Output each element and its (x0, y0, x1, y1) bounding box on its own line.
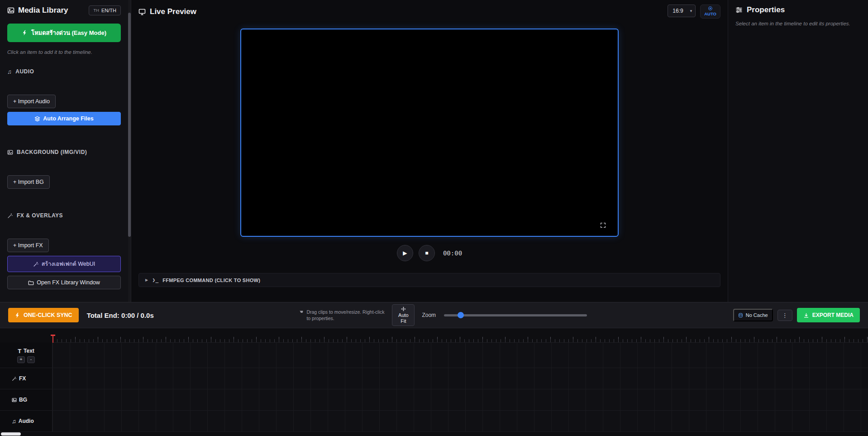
track-bg-title-row: BG (12, 397, 52, 403)
no-cache-toggle[interactable]: No Cache (733, 309, 773, 321)
track-bg-lane[interactable] (52, 389, 868, 410)
video-preview-canvas[interactable] (240, 29, 619, 237)
sidebar-scrollbar[interactable] (128, 0, 131, 302)
playhead-marker[interactable] (52, 335, 53, 343)
ruler-ticks[interactable] (52, 334, 868, 343)
track-audio-name: Audio (19, 418, 34, 424)
fx-webui-row: สร้างเอฟเฟกต์ WebUI (7, 256, 121, 272)
timeline-horizontal-scrollbar[interactable] (0, 432, 868, 436)
track-text-title-row: T Text (18, 348, 34, 355)
play-button[interactable]: ▶ (397, 245, 413, 261)
add-text-track-button[interactable]: + (17, 356, 25, 363)
auto-arrange-button[interactable]: Auto Arrange Files (7, 112, 121, 125)
one-click-sync-button[interactable]: ONE-CLICK SYNC (8, 308, 79, 322)
track-audio-lane[interactable] (52, 411, 868, 431)
live-preview-panel: Live Preview 16:9 AUTO (131, 0, 728, 302)
auto-resolution-button[interactable]: AUTO (700, 5, 720, 19)
track-bg-label: BG (0, 389, 52, 410)
track-fx-label: FX (0, 368, 52, 389)
total-end-readout: Total End: 0:00 / 0.0s (87, 311, 154, 319)
image-icon (7, 149, 13, 155)
properties-empty-hint: Select an item in the timeline to edit i… (735, 21, 861, 26)
toolbar-right-group: No Cache ⋮ EXPORT MEDIA (733, 308, 860, 322)
sliders-icon (735, 6, 743, 14)
fx-section-heading: FX & OVERLAYS (7, 212, 121, 219)
audio-section-title: AUDIO (15, 68, 34, 75)
fx-webui-button[interactable]: สร้างเอฟเฟกต์ WebUI (7, 256, 121, 272)
easy-mode-button[interactable]: โหมดสร้างด่วน (Easy Mode) (7, 24, 121, 42)
background-buttons: + Import BG (7, 175, 121, 189)
stop-icon: ■ (425, 250, 428, 256)
aspect-ratio-select-wrap: 16:9 (668, 5, 696, 17)
timeline-hscroll-thumb[interactable] (1, 432, 21, 436)
timeline-tracks: T Text + - FX (0, 343, 868, 432)
play-icon: ▶ (403, 250, 407, 256)
sidebar-scrollbar-thumb[interactable] (128, 13, 131, 237)
track-text-label: T Text + - (0, 343, 52, 368)
fx-library-row: Open FX Library Window (7, 276, 121, 289)
media-library-icon (7, 7, 14, 14)
auto-fit-label: Auto Fit (396, 312, 410, 324)
fx-webui-label: สร้างเอฟเฟกต์ WebUI (42, 259, 95, 268)
timeline-toolbar: ONE-CLICK SYNC Total End: 0:00 / 0.0s Dr… (0, 302, 868, 328)
track-audio: ♫ Audio (0, 411, 868, 432)
track-text-name: Text (24, 348, 34, 354)
timeline-add-hint: Click an item to add it to the timeline. (7, 49, 121, 55)
track-bg-name: BG (19, 397, 27, 403)
auto-arrange-label: Auto Arrange Files (43, 115, 93, 122)
import-audio-button[interactable]: + Import Audio (7, 95, 56, 108)
zoom-label: Zoom (422, 312, 436, 318)
database-icon (738, 313, 743, 318)
track-text: T Text + - (0, 343, 868, 368)
track-fx-lane[interactable] (52, 368, 868, 389)
properties-title: Properties (735, 5, 861, 14)
import-fx-button[interactable]: + Import FX (7, 239, 49, 252)
live-preview-title-text: Live Preview (150, 7, 196, 16)
ffmpeg-command-toggle[interactable]: ▶ ❯_ FFMPEG COMMAND (CLICK TO SHOW) (138, 273, 720, 287)
track-text-lane[interactable] (52, 343, 868, 368)
media-library-panel: Media Library TH EN/TH โหมดสร้างด่วน (Ea… (0, 0, 131, 302)
language-toggle-label: EN/TH (101, 8, 116, 13)
aspect-ratio-select[interactable]: 16:9 (668, 5, 696, 17)
download-icon (803, 312, 809, 318)
remove-text-track-button[interactable]: - (27, 356, 35, 363)
track-audio-title-row: ♫ Audio (12, 418, 52, 424)
ffmpeg-command-label: FFMPEG COMMAND (CLICK TO SHOW) (162, 278, 260, 283)
drag-hint-text: Drag clips to move/resize. Right-click t… (306, 309, 385, 321)
stop-button[interactable]: ■ (419, 245, 435, 261)
folder-icon (28, 280, 34, 286)
toolbar-center-group: Drag clips to move/resize. Right-click t… (299, 304, 588, 326)
export-media-label: EXPORT MEDIA (812, 312, 854, 318)
drag-hint: Drag clips to move/resize. Right-click t… (299, 309, 385, 321)
background-section-heading: BACKGROUND (IMG/VID) (7, 149, 121, 155)
fullscreen-button[interactable] (599, 221, 607, 230)
text-icon: T (18, 348, 21, 355)
audio-section-heading: ♫ AUDIO (7, 68, 121, 75)
zoom-slider[interactable] (444, 314, 587, 316)
hand-icon (299, 309, 304, 314)
export-media-button[interactable]: EXPORT MEDIA (797, 308, 860, 322)
no-cache-label: No Cache (746, 312, 768, 318)
auto-fit-button[interactable]: Auto Fit (392, 304, 415, 326)
lightning-icon (22, 30, 28, 36)
magic-wand-icon (12, 376, 17, 381)
properties-panel: Properties Select an item in the timelin… (728, 0, 868, 302)
import-bg-button[interactable]: + Import BG (7, 175, 50, 189)
track-bg: BG (0, 389, 868, 411)
language-toggle-button[interactable]: TH EN/TH (89, 5, 121, 15)
track-audio-label: ♫ Audio (0, 411, 52, 431)
magic-wand-icon (7, 213, 13, 219)
layers-icon (34, 116, 40, 122)
preview-header-controls: 16:9 AUTO (668, 5, 720, 19)
timeline-ruler[interactable] (0, 334, 868, 343)
media-library-header: Media Library TH EN/TH (7, 5, 121, 15)
open-fx-library-button[interactable]: Open FX Library Window (7, 276, 121, 289)
fullscreen-icon (600, 222, 606, 228)
playback-controls: ▶ ■ 00:00 (397, 245, 462, 261)
monitor-icon (138, 8, 146, 15)
audio-buttons: + Import Audio (7, 95, 121, 108)
auto-arrange-row: Auto Arrange Files (7, 112, 121, 125)
more-options-button[interactable]: ⋮ (777, 310, 792, 321)
timeline-region: T Text + - FX (0, 328, 868, 436)
playback-time: 00:00 (443, 249, 462, 257)
